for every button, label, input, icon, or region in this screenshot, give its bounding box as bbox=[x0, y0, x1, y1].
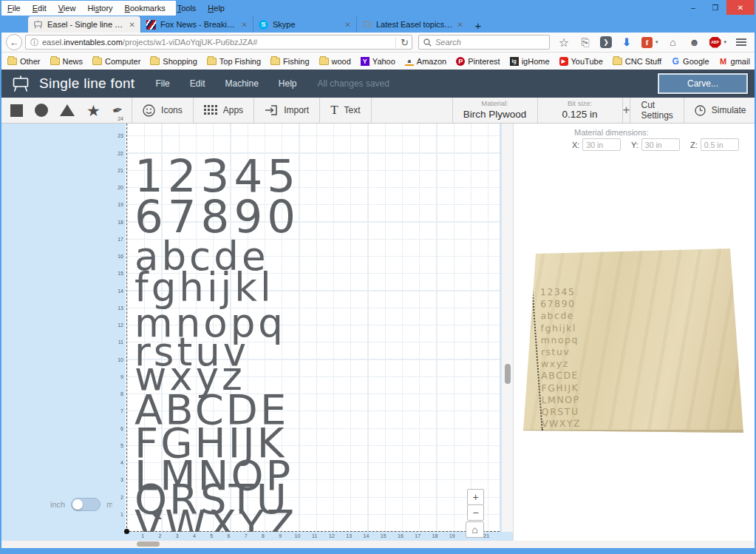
cut-settings-button[interactable]: Cut Settings bbox=[630, 98, 684, 123]
tab-easel-single-line-fo[interactable]: Easel - Single line font✕ bbox=[28, 16, 140, 33]
text-icon: T bbox=[330, 103, 338, 118]
site-info-icon[interactable]: ⓘ bbox=[30, 37, 38, 48]
clipboard-icon[interactable]: ⎘ bbox=[579, 36, 592, 49]
horizontal-scrollbar-thumb[interactable] bbox=[137, 541, 160, 547]
v-ruler-label: 7 bbox=[113, 408, 123, 413]
bookmark-wood[interactable]: wood bbox=[319, 57, 351, 66]
navigation-bar: ← ⓘ easel.inventables.com/projects/w1-vi… bbox=[1, 33, 755, 53]
star-shape-button[interactable]: ★ bbox=[86, 103, 101, 118]
bookmark-shopping[interactable]: Shopping bbox=[150, 57, 197, 66]
menu-tools[interactable]: Tools bbox=[177, 4, 197, 13]
menu-hamburger-icon[interactable] bbox=[735, 36, 748, 49]
circle-shape-button[interactable] bbox=[35, 104, 48, 117]
canvas-vertical-scrollbar[interactable] bbox=[501, 124, 513, 532]
bookmark-fishing[interactable]: Fishing bbox=[270, 57, 309, 66]
bookmark-yahoo[interactable]: YYahoo bbox=[361, 57, 395, 66]
v-ruler-label: 19 bbox=[113, 202, 123, 207]
add-bit-button[interactable]: + bbox=[623, 98, 631, 123]
close-button[interactable]: ✕ bbox=[726, 0, 755, 15]
new-tab-button[interactable]: + bbox=[469, 18, 488, 33]
smiley-addon-icon[interactable]: ☻ bbox=[688, 36, 701, 49]
menu-bookmarks[interactable]: Bookmarks bbox=[125, 4, 166, 13]
canvas-text-row[interactable]: VWXYZ bbox=[134, 505, 297, 532]
home-icon[interactable]: ⌂ bbox=[667, 36, 680, 49]
bookmark-amazon[interactable]: aAmazon bbox=[405, 57, 446, 66]
icons-button[interactable]: Icons bbox=[132, 98, 194, 123]
y-dimension-field[interactable] bbox=[641, 138, 680, 151]
bit-size-selector[interactable]: Bit size: 0.125 in bbox=[538, 98, 623, 123]
x-dimension-field[interactable] bbox=[582, 138, 621, 151]
folder-icon bbox=[150, 58, 160, 65]
v-ruler-label: 10 bbox=[113, 357, 123, 362]
download-icon[interactable]: ⬇ bbox=[620, 36, 633, 49]
flash-caret-icon[interactable]: ▾ bbox=[655, 39, 658, 45]
bookmark-other[interactable]: Other bbox=[7, 57, 41, 66]
easel-menu-edit[interactable]: Edit bbox=[190, 78, 205, 89]
simulate-button[interactable]: Simulate bbox=[684, 98, 756, 123]
scrollbar-thumb[interactable] bbox=[505, 364, 511, 384]
bookmark-star-icon[interactable]: ☆ bbox=[557, 36, 571, 49]
minimize-button[interactable]: – bbox=[682, 0, 704, 15]
menu-file[interactable]: File bbox=[7, 4, 21, 13]
bookmark-pinterest[interactable]: PPinterest bbox=[456, 57, 500, 66]
tab-close-icon[interactable]: ✕ bbox=[129, 21, 135, 29]
zoom-home-button[interactable]: ⌂ bbox=[466, 521, 484, 538]
pocket-icon[interactable]: ❯ bbox=[600, 36, 612, 48]
tab-fox-news-breaking-ne[interactable]: Fox News - Breaking News...✕ bbox=[140, 16, 253, 33]
unit-toggle[interactable] bbox=[71, 498, 101, 511]
tab-close-icon[interactable]: ✕ bbox=[457, 21, 463, 29]
pinterest-icon: P bbox=[456, 57, 465, 66]
bookmark-ighome[interactable]: igigHome bbox=[510, 57, 550, 66]
tab-close-icon[interactable]: ✕ bbox=[242, 21, 248, 29]
easel-menu-machine[interactable]: Machine bbox=[225, 78, 258, 89]
horizontal-scrollbar[interactable] bbox=[1, 541, 755, 548]
engraved-row: abcde bbox=[540, 310, 579, 322]
v-ruler-label: 1 bbox=[113, 512, 123, 517]
zoom-in-button[interactable]: + bbox=[467, 489, 484, 505]
tab-close-icon[interactable]: ✕ bbox=[345, 21, 351, 29]
menu-view[interactable]: View bbox=[58, 4, 76, 13]
zoom-out-button[interactable]: − bbox=[467, 504, 484, 521]
bookmark-gmail[interactable]: Mgmail bbox=[719, 57, 750, 66]
easel-menu-file[interactable]: File bbox=[155, 78, 169, 89]
bookmark-label: Amazon bbox=[417, 57, 446, 66]
apps-button[interactable]: Apps bbox=[194, 98, 254, 123]
menu-history[interactable]: History bbox=[87, 4, 112, 13]
design-canvas[interactable]: 1234567890abcdefghijklmnopqrstuvwxyzABCD… bbox=[126, 124, 500, 532]
triangle-shape-button[interactable] bbox=[60, 104, 75, 116]
back-button[interactable]: ← bbox=[6, 34, 22, 50]
reload-icon[interactable]: ↻ bbox=[395, 37, 409, 48]
material-preview-board[interactable]: 1234567890abcdefghijklmnopqrstuvwxyzABCD… bbox=[523, 246, 743, 433]
tab-skype[interactable]: SSkype✕ bbox=[253, 16, 356, 33]
search-input[interactable]: Search bbox=[418, 35, 550, 50]
menu-help[interactable]: Help bbox=[208, 4, 225, 13]
adblock-caret-icon[interactable]: ▾ bbox=[724, 39, 727, 45]
material-selector[interactable]: Material: Birch Plywood bbox=[453, 98, 538, 123]
bookmark-top-fishing[interactable]: Top Fishing bbox=[207, 57, 261, 66]
tab-latest-easel-topics-[interactable]: Latest Easel topics - Invent...✕ bbox=[356, 16, 469, 33]
bookmark-youtube[interactable]: ▶YouTube bbox=[559, 57, 603, 66]
menu-edit[interactable]: Edit bbox=[33, 4, 47, 13]
bookmark-news[interactable]: News bbox=[50, 57, 84, 66]
url-bar[interactable]: ⓘ easel.inventables.com/projects/w1-viDA… bbox=[25, 35, 412, 50]
flash-addon-icon[interactable]: f bbox=[641, 37, 653, 48]
material-dimensions-label: Material dimensions: bbox=[574, 128, 649, 137]
bookmark-computer[interactable]: Computer bbox=[92, 57, 140, 66]
easel-icon bbox=[33, 20, 43, 30]
text-button[interactable]: T Text bbox=[320, 98, 371, 123]
adblock-icon[interactable]: ABP bbox=[709, 37, 721, 48]
folder-icon bbox=[270, 58, 280, 65]
z-dimension-field[interactable] bbox=[701, 138, 739, 151]
amazon-icon: a bbox=[405, 57, 414, 66]
url-prefix: easel. bbox=[42, 38, 64, 47]
import-button[interactable]: Import bbox=[254, 98, 320, 123]
bookmark-google[interactable]: GGoogle bbox=[671, 57, 709, 66]
easel-menu-help[interactable]: Help bbox=[279, 78, 297, 89]
carve-button[interactable]: Carve... bbox=[657, 72, 749, 95]
maximize-button[interactable]: ❒ bbox=[704, 0, 726, 15]
square-shape-button[interactable] bbox=[10, 104, 23, 117]
canvas-text-row[interactable]: 67890 bbox=[134, 195, 300, 238]
v-ruler-label: 18 bbox=[113, 220, 123, 225]
canvas-area[interactable]: 1234567890abcdefghijklmnopqrstuvwxyzABCD… bbox=[112, 124, 513, 541]
bookmark-cnc-stuff[interactable]: CNC Stuff bbox=[613, 57, 661, 66]
